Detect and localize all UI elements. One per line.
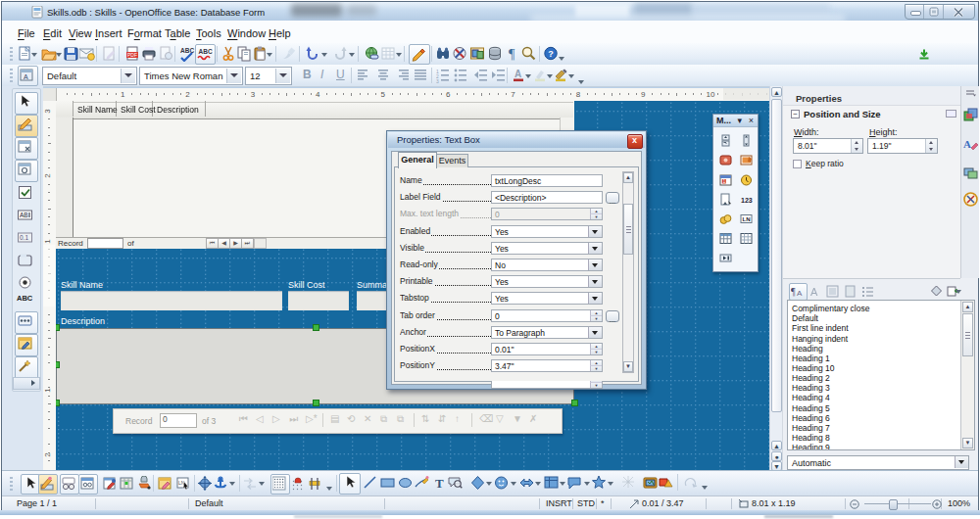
svg-text:A: A — [963, 138, 971, 150]
svg-text:?: ? — [548, 49, 554, 59]
svg-text:¶: ¶ — [509, 47, 515, 62]
svg-text:ABC: ABC — [199, 48, 213, 55]
svg-text:T: T — [435, 476, 444, 491]
svg-text:A: A — [24, 73, 28, 80]
svg-text:A: A — [810, 286, 818, 298]
svg-text:3: 3 — [436, 78, 439, 83]
svg-text:A: A — [797, 289, 803, 298]
svg-text:A: A — [514, 69, 521, 79]
svg-text:PDF: PDF — [127, 52, 137, 58]
svg-text:LN: LN — [743, 216, 751, 222]
svg-text:123: 123 — [741, 197, 753, 204]
svg-text:¶: ¶ — [791, 286, 796, 297]
svg-text:1: 1 — [722, 178, 725, 184]
svg-text:AB: AB — [20, 212, 28, 218]
svg-text:0.1: 0.1 — [20, 234, 28, 241]
svg-text:ABC: ABC — [180, 47, 194, 54]
